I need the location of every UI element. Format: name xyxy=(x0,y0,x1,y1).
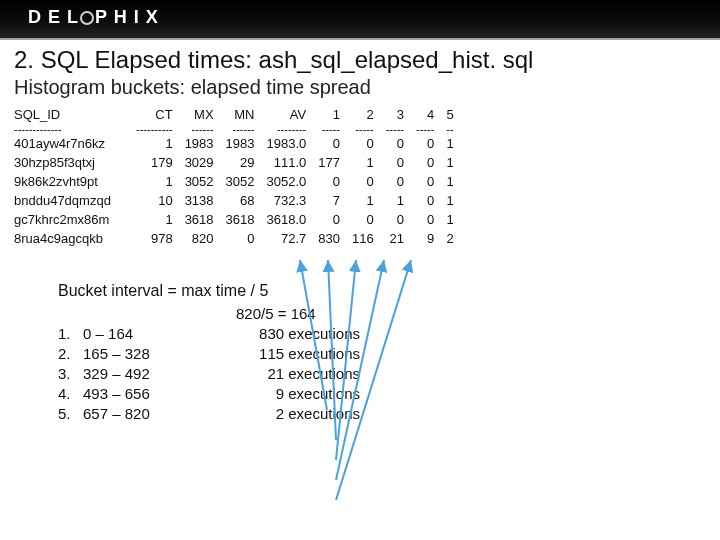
table-row: bnddu47dqmzqd10313868732.371101 xyxy=(14,191,460,210)
histogram-table: SQL_ID CT MX MN AV 1 2 3 4 5 -----------… xyxy=(14,105,460,248)
page-title: 2. SQL Elapsed times: ash_sql_elapsed_hi… xyxy=(14,46,706,74)
table-header-row: SQL_ID CT MX MN AV 1 2 3 4 5 xyxy=(14,105,460,124)
col-4: 4 xyxy=(410,105,440,124)
logo: D E LP H I X xyxy=(28,7,159,28)
col-2: 2 xyxy=(346,105,380,124)
bucket-executions: 820/5 = 164 830 executions 115 execution… xyxy=(236,304,360,424)
col-mx: MX xyxy=(179,105,220,124)
col-mn: MN xyxy=(220,105,261,124)
bottom-columns: 1. 0 – 164 2. 165 – 328 3. 329 – 492 4. … xyxy=(58,304,720,424)
table-row: 30hzp85f3qtxj179302929111.01771001 xyxy=(14,153,460,172)
divider-row: ------------- ---------- ------ ------ -… xyxy=(14,124,460,134)
table-row: 401ayw4r7n6kz1198319831983.000001 xyxy=(14,134,460,153)
calc-header: 820/5 = 164 xyxy=(236,304,360,324)
col-ct: CT xyxy=(130,105,179,124)
col-av: AV xyxy=(260,105,312,124)
table-row: gc7khrc2mx86m1361836183618.000001 xyxy=(14,210,460,229)
col-sqlid: SQL_ID xyxy=(14,105,130,124)
table-row: 9k86k2zvht9pt1305230523052.000001 xyxy=(14,172,460,191)
bucket-interval-note: Bucket interval = max time / 5 xyxy=(58,282,720,300)
table-wrap: SQL_ID CT MX MN AV 1 2 3 4 5 -----------… xyxy=(14,105,706,248)
table-row: 8rua4c9agcqkb978820072.78301162192 xyxy=(14,229,460,248)
page-subtitle: Histogram buckets: elapsed time spread xyxy=(14,76,706,99)
bucket-ranges: 1. 0 – 164 2. 165 – 328 3. 329 – 492 4. … xyxy=(58,304,198,424)
col-1: 1 xyxy=(312,105,346,124)
top-banner: D E LP H I X xyxy=(0,0,720,40)
col-5: 5 xyxy=(440,105,459,124)
col-3: 3 xyxy=(380,105,410,124)
